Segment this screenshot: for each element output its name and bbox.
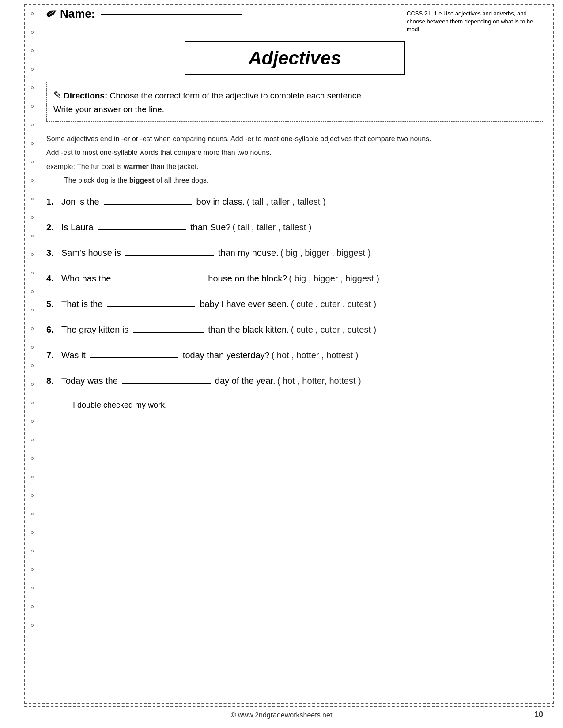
- q7-options: ( hot , hotter , hottest ): [272, 349, 359, 362]
- directions-label: Directions:: [64, 91, 107, 100]
- directions-text2: Write your answer on the line.: [53, 105, 164, 114]
- ccss-text: CCSS 2.L.1.e Use adjectives and adverbs,…: [407, 10, 533, 33]
- q6-blank[interactable]: [133, 332, 204, 333]
- q3-text: Sam's house is than my house. ( big , bi…: [61, 246, 370, 259]
- q3-options: ( big , bigger , biggest ): [280, 246, 371, 259]
- directions-text1: Choose the correct form of the adjective…: [110, 91, 364, 100]
- q4-text: Who has the house on the block? ( big , …: [61, 272, 379, 285]
- name-section: ✏ Name:: [46, 7, 242, 21]
- title-container: Adjectives: [46, 41, 543, 75]
- question-4: 4. Who has the house on the block? ( big…: [46, 272, 543, 285]
- directions-icon: ✎: [53, 87, 61, 103]
- q1-blank[interactable]: [104, 204, 192, 205]
- question-1: 1. Jon is the boy in class. ( tall , tal…: [46, 195, 543, 208]
- q4-blank[interactable]: [115, 281, 204, 281]
- q5-options: ( cute , cuter , cutest ): [291, 297, 376, 311]
- question-5: 5. That is the baby I have ever seen. ( …: [46, 297, 543, 311]
- q2-num: 2.: [46, 221, 59, 234]
- q6-text: The gray kitten is than the black kitten…: [61, 323, 376, 336]
- page-title: Adjectives: [248, 48, 341, 68]
- ccss-box: CCSS 2.L.1.e Use adjectives and adverbs,…: [402, 7, 543, 37]
- question-2: 2. Is Laura than Sue? ( tall , taller , …: [46, 221, 543, 234]
- footer: © www.2ndgradeworksheets.net: [0, 711, 563, 719]
- questions-section: 1. Jon is the boy in class. ( tall , tal…: [46, 195, 543, 387]
- q8-text: Today was the day of the year. ( hot , h…: [61, 374, 361, 387]
- q5-text: That is the baby I have ever seen. ( cut…: [61, 297, 376, 311]
- question-7: 7. Was it today than yesterday? ( hot , …: [46, 349, 543, 362]
- name-input-line[interactable]: [101, 14, 242, 15]
- question-3: 3. Sam's house is than my house. ( big ,…: [46, 246, 543, 259]
- info-example1: example: The fur coat is warmer than the…: [46, 161, 543, 173]
- q5-num: 5.: [46, 297, 59, 311]
- worksheet-page: ✏ Name: CCSS 2.L.1.e Use adjectives and …: [0, 0, 563, 728]
- q7-num: 7.: [46, 349, 59, 362]
- double-check-text: I double checked my work.: [73, 401, 167, 410]
- footer-copyright: © www.2ndgradeworksheets.net: [231, 711, 333, 719]
- q7-text: Was it today than yesterday? ( hot , hot…: [61, 349, 358, 362]
- q7-blank[interactable]: [90, 357, 178, 358]
- q8-num: 8.: [46, 374, 59, 387]
- q1-text: Jon is the boy in class. ( tall , taller…: [61, 195, 326, 208]
- q4-num: 4.: [46, 272, 59, 285]
- info-example2: The black dog is the biggest of all thre…: [46, 174, 543, 186]
- q2-text: Is Laura than Sue? ( tall , taller , tal…: [61, 221, 311, 234]
- q8-blank[interactable]: [122, 383, 211, 384]
- info-line2: Add -est to most one-syllable words that…: [46, 146, 543, 158]
- q5-blank[interactable]: [107, 306, 195, 307]
- q8-options: ( hot , hotter, hottest ): [277, 374, 361, 387]
- q1-options: ( tall , taller , tallest ): [247, 195, 326, 208]
- title-box: Adjectives: [185, 41, 405, 75]
- info-line1: Some adjectives end in -er or -est when …: [46, 133, 543, 145]
- footer-page-number: 10: [534, 710, 543, 719]
- q6-options: ( cute , cuter , cutest ): [291, 323, 376, 336]
- q6-num: 6.: [46, 323, 59, 336]
- q2-blank[interactable]: [98, 229, 186, 230]
- directions-box: ✎Directions: Choose the correct form of …: [46, 82, 543, 122]
- info-section: Some adjectives end in -er or -est when …: [46, 133, 543, 186]
- question-8: 8. Today was the day of the year. ( hot …: [46, 374, 543, 387]
- check-blank-line[interactable]: [46, 405, 68, 405]
- q4-options: ( big , bigger , biggest ): [289, 272, 379, 285]
- page-content: ✏ Name: CCSS 2.L.1.e Use adjectives and …: [0, 0, 563, 428]
- question-6: 6. The gray kitten is than the black kit…: [46, 323, 543, 336]
- q1-num: 1.: [46, 195, 59, 208]
- name-label: Name:: [60, 7, 95, 21]
- bottom-dashed-line: [24, 706, 554, 707]
- pencil-icon: ✏: [43, 5, 59, 23]
- q3-blank[interactable]: [125, 255, 214, 256]
- header: ✏ Name: CCSS 2.L.1.e Use adjectives and …: [46, 7, 543, 37]
- q3-num: 3.: [46, 246, 59, 259]
- q2-options: ( tall , taller , tallest ): [232, 221, 311, 234]
- double-check-section: I double checked my work.: [46, 401, 543, 410]
